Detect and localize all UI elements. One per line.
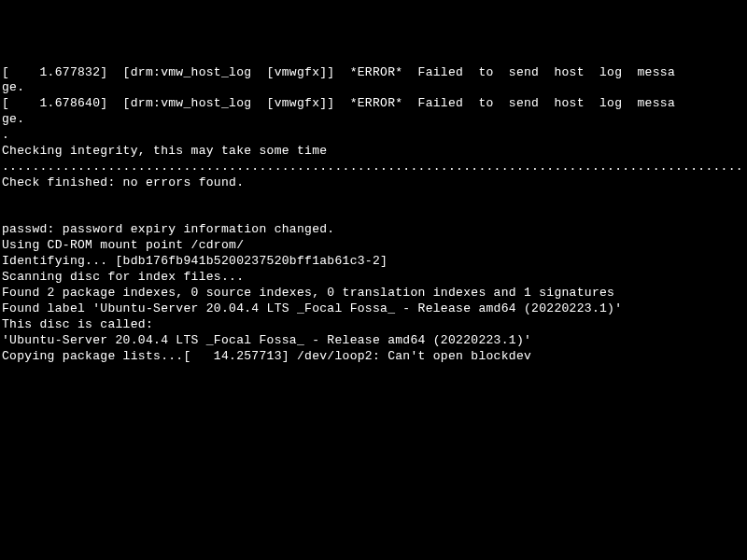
terminal-line — [2, 191, 745, 207]
terminal-line — [2, 207, 745, 223]
terminal-line: [ 1.678640] [drm:vmw_host_log [vmwgfx]] … — [2, 96, 745, 112]
terminal-output: [ 1.677832] [drm:vmw_host_log [vmwgfx]] … — [0, 63, 747, 367]
terminal-line: [ 1.677832] [drm:vmw_host_log [vmwgfx]] … — [2, 65, 745, 81]
terminal-line: 'Ubuntu-Server 20.04.4 LTS _Focal Fossa_… — [2, 333, 745, 349]
terminal-line: Found 2 package indexes, 0 source indexe… — [2, 286, 745, 301]
terminal-line: This disc is called: — [2, 317, 745, 333]
terminal-line: ........................................… — [2, 160, 745, 175]
terminal-line: Found label 'Ubuntu-Server 20.04.4 LTS _… — [2, 301, 745, 317]
terminal-line: Identifying... [bdb176fb941b5200237520bf… — [2, 254, 745, 270]
terminal-line: Scanning disc for index files... — [2, 270, 745, 286]
terminal-line: ge. — [2, 112, 745, 128]
terminal-line: passwd: password expiry information chan… — [2, 222, 745, 238]
terminal-line: Check finished: no errors found. — [2, 175, 745, 191]
terminal-line: . — [2, 128, 745, 144]
terminal-line: Checking integrity, this may take some t… — [2, 144, 745, 160]
terminal-line: Using CD-ROM mount point /cdrom/ — [2, 238, 745, 254]
terminal-line: ge. — [2, 80, 745, 96]
terminal-line: Copying package lists...[ 14.257713] /de… — [2, 349, 745, 365]
